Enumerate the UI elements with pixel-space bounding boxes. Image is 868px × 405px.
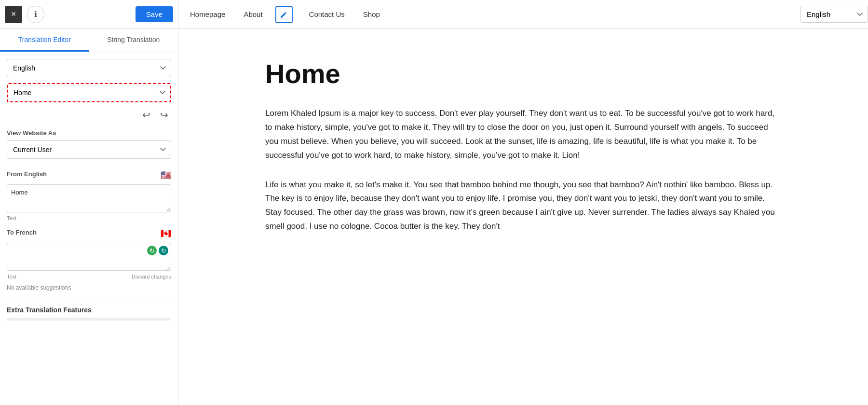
main: Translation Editor String Translation En… (0, 29, 868, 405)
close-icon: × (11, 9, 16, 19)
extra-features-section: Extra Translation Features (7, 299, 171, 321)
view-as-select-wrapper: Current User Guest Admin (7, 140, 171, 159)
topbar-language-selector: English French Spanish German (800, 6, 868, 23)
extra-features-bar (7, 318, 171, 321)
tab-string-translation[interactable]: String Translation (89, 29, 178, 52)
language-select[interactable]: English French Spanish (7, 59, 171, 77)
nav-edit-icon-button[interactable] (275, 6, 293, 23)
nav-item-contact-us[interactable]: Contact Us (307, 0, 347, 28)
content-area: Home Lorem Khaled Ipsum is a major key t… (178, 29, 868, 405)
prev-arrow-button[interactable]: ↩ (139, 108, 153, 122)
nav-item-about[interactable]: About (242, 0, 264, 28)
content-paragraph-1: Lorem Khaled Ipsum is a major key to suc… (265, 107, 781, 163)
refresh-green-button[interactable]: ↻ (147, 246, 157, 255)
no-suggestions-label: No available suggestions (7, 284, 171, 291)
from-flag-icon: 🇺🇸 (161, 170, 171, 181)
language-selector-wrapper: English French Spanish (7, 59, 171, 77)
to-section: To French 🇨🇦 ↻ ↻ Text Discard changes (7, 227, 171, 279)
from-label: From English (7, 170, 47, 178)
topbar: × ℹ Save Homepage About Contact Us Shop … (0, 0, 868, 29)
close-button[interactable]: × (5, 6, 22, 23)
next-arrow-button[interactable]: ↪ (157, 108, 171, 122)
sidebar-content: English French Spanish Home About Contac… (0, 52, 178, 405)
view-as-select[interactable]: Current User Guest Admin (7, 140, 171, 159)
info-icon: ℹ (34, 10, 37, 19)
nav-item-homepage[interactable]: Homepage (188, 0, 227, 28)
nav-arrows: ↩ ↪ (7, 108, 171, 122)
extra-features-label: Extra Translation Features (7, 306, 171, 314)
refresh-teal-button[interactable]: ↻ (159, 246, 168, 255)
info-button[interactable]: ℹ (27, 6, 44, 23)
topbar-left: × ℹ Save (0, 0, 178, 28)
discard-changes-link[interactable]: Discard changes (132, 274, 171, 279)
nav-item-shop[interactable]: Shop (361, 0, 382, 28)
from-section: From English 🇺🇸 Home Text (7, 168, 171, 221)
page-select[interactable]: Home About Contact Us Shop (7, 83, 171, 102)
from-header: From English 🇺🇸 (7, 168, 171, 182)
from-text-input[interactable]: Home (7, 184, 171, 212)
save-button[interactable]: Save (136, 6, 173, 22)
to-textarea-wrapper: ↻ ↻ (7, 243, 171, 273)
topbar-nav: Homepage About Contact Us Shop (178, 0, 800, 28)
to-flag-icon: 🇨🇦 (161, 228, 171, 239)
to-text-hint: Text (7, 274, 16, 279)
view-as-section: View Website As Current User Guest Admin (7, 129, 171, 159)
page-selector-wrapper: Home About Contact Us Shop (7, 83, 171, 102)
to-header: To French 🇨🇦 (7, 227, 171, 240)
to-label: To French (7, 229, 37, 236)
content-title: Home (265, 58, 781, 89)
from-text-hint: Text (7, 215, 171, 221)
view-as-label: View Website As (7, 129, 171, 137)
pencil-icon (280, 10, 288, 19)
sidebar: Translation Editor String Translation En… (0, 29, 178, 405)
topbar-language-select[interactable]: English French Spanish German (800, 6, 868, 23)
to-text-input[interactable] (7, 243, 171, 271)
sidebar-tabs: Translation Editor String Translation (0, 29, 178, 52)
refresh-icons: ↻ ↻ (147, 246, 168, 255)
content-paragraph-2: Life is what you make it, so let's make … (265, 178, 781, 234)
tab-translation-editor[interactable]: Translation Editor (0, 29, 89, 52)
